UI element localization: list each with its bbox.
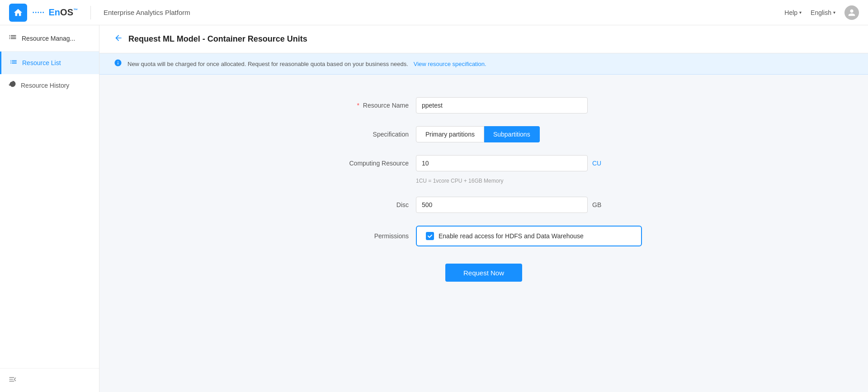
sidebar-footer: [0, 368, 99, 392]
required-asterisk: *: [357, 102, 359, 109]
info-text: New quota will be charged for once alloc…: [127, 61, 408, 67]
primary-partitions-button[interactable]: Primary partitions: [416, 126, 484, 142]
submit-row: Request Now: [326, 264, 642, 282]
help-caret-icon: ▾: [799, 10, 802, 15]
sidebar-item-resource-list[interactable]: Resource List: [0, 52, 99, 74]
sidebar: Resource Manag... Resource List Resource…: [0, 25, 99, 392]
request-now-button[interactable]: Request Now: [445, 264, 522, 282]
specification-control: Primary partitions Subpartitions: [416, 126, 642, 142]
sidebar-header: Resource Manag...: [0, 25, 99, 52]
resource-name-input[interactable]: [416, 97, 588, 113]
spec-btn-group: Primary partitions Subpartitions: [416, 126, 540, 142]
computing-resource-hint: 1CU = 1vcore CPU + 16GB Memory: [416, 178, 642, 184]
permissions-control: Enable read access for HDFS and Data War…: [416, 226, 642, 246]
resource-name-label: * Resource Name: [326, 97, 416, 113]
permissions-label: Permissions: [326, 228, 416, 244]
sidebar-item-resource-history[interactable]: Resource History: [0, 74, 99, 97]
resource-history-icon: [8, 80, 16, 90]
computing-resource-control: CU 1CU = 1vcore CPU + 16GB Memory: [416, 155, 642, 184]
info-banner: New quota will be charged for once alloc…: [99, 53, 868, 75]
top-bar: ••••• EnOS™ Enterprise Analytics Platfor…: [0, 0, 868, 25]
content-area: Request ML Model - Container Resource Un…: [99, 25, 868, 392]
top-bar-left: ••••• EnOS™ Enterprise Analytics Platfor…: [9, 4, 190, 22]
resource-list-label: Resource List: [22, 59, 61, 66]
app-wrapper: ••••• EnOS™ Enterprise Analytics Platfor…: [0, 0, 868, 392]
resource-history-label: Resource History: [21, 82, 69, 89]
disc-row: Disc GB: [326, 197, 642, 213]
sidebar-header-icon: [8, 33, 17, 44]
platform-name: Enterprise Analytics Platform: [104, 9, 190, 16]
main-area: Resource Manag... Resource List Resource…: [0, 25, 868, 392]
view-resource-spec-link[interactable]: View resource specification.: [414, 61, 486, 67]
logo-dots: •••••: [33, 10, 45, 15]
logo-divider: [90, 6, 91, 19]
help-button[interactable]: Help ▾: [784, 9, 802, 16]
disc-label: Disc: [326, 197, 416, 213]
home-button[interactable]: [9, 4, 27, 22]
info-icon: [114, 59, 122, 69]
page-header: Request ML Model - Container Resource Un…: [99, 25, 868, 53]
computing-resource-row: Computing Resource CU 1CU = 1vcore CPU +…: [326, 155, 642, 184]
permissions-inner: Enable read access for HDFS and Data War…: [426, 232, 584, 240]
back-button[interactable]: [114, 33, 123, 45]
language-button[interactable]: English ▾: [811, 9, 835, 16]
disc-control: GB: [416, 197, 642, 213]
specification-row: Specification Primary partitions Subpart…: [326, 126, 642, 142]
computing-resource-label: Computing Resource: [326, 155, 416, 171]
form-inner: * Resource Name Specification: [326, 97, 642, 282]
disc-unit: GB: [592, 201, 601, 208]
resource-list-icon: [9, 58, 18, 68]
page-title: Request ML Model - Container Resource Un…: [128, 34, 307, 44]
disc-input[interactable]: [416, 197, 588, 213]
user-avatar[interactable]: [844, 5, 859, 20]
specification-label: Specification: [326, 126, 416, 142]
resource-manage-label: Resource Manag...: [22, 35, 75, 42]
collapse-icon[interactable]: [8, 378, 17, 385]
logo-text: EnOS™: [49, 7, 78, 18]
resource-name-row: * Resource Name: [326, 97, 642, 113]
top-bar-right: Help ▾ English ▾: [784, 5, 859, 20]
form-area: * Resource Name Specification: [99, 75, 868, 304]
computing-resource-input[interactable]: [416, 155, 588, 171]
permissions-checkbox[interactable]: [426, 232, 434, 240]
resource-name-control: [416, 97, 642, 113]
logo-area: ••••• EnOS™: [33, 7, 78, 18]
subpartitions-button[interactable]: Subpartitions: [484, 126, 540, 142]
lang-caret-icon: ▾: [833, 10, 835, 15]
permissions-row: Permissions Enable re: [326, 226, 642, 246]
permissions-box: Enable read access for HDFS and Data War…: [416, 226, 642, 246]
computing-resource-unit: CU: [592, 160, 601, 167]
permissions-text: Enable read access for HDFS and Data War…: [439, 232, 584, 240]
